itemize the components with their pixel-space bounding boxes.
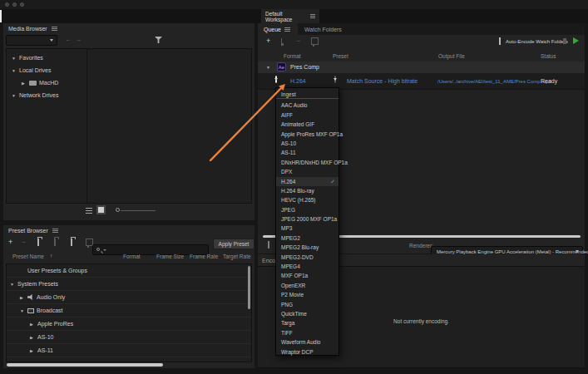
preset-browser-panel-menu-icon[interactable] bbox=[52, 229, 58, 233]
tab-default-workspace[interactable]: Default Workspace bbox=[261, 9, 319, 23]
preset-row[interactable]: DNxHR MXF OP1a bbox=[7, 357, 251, 362]
chevron-icon[interactable] bbox=[12, 68, 19, 73]
tree-item[interactable]: Local Drives bbox=[8, 64, 85, 76]
preset-vertical-scrollbar[interactable] bbox=[248, 266, 250, 309]
chevron-icon[interactable] bbox=[20, 295, 27, 300]
job-output-file[interactable]: /Users/../archive/AEI/test_11_AME/Pres C… bbox=[437, 79, 551, 84]
tab-watch-folders[interactable]: Watch Folders bbox=[304, 27, 342, 32]
window-close-button[interactable] bbox=[5, 2, 9, 7]
back-arrow-icon[interactable]: ← bbox=[65, 37, 72, 43]
format-option[interactable]: AS-10 ✓ bbox=[276, 139, 338, 148]
pane-divider[interactable] bbox=[86, 49, 87, 203]
format-option[interactable]: TIFF ✓ bbox=[276, 328, 338, 337]
preset-row[interactable]: System Presets bbox=[7, 278, 251, 291]
preset-row[interactable]: AS-11 bbox=[7, 344, 251, 357]
format-option[interactable]: P2 Movie ✓ bbox=[276, 290, 338, 299]
chevron-icon[interactable] bbox=[30, 348, 37, 353]
format-option[interactable]: Apple ProRes MXF OP1a ✓ bbox=[276, 130, 338, 139]
apply-preset-button[interactable]: Apply Preset bbox=[213, 239, 254, 249]
pause-queue-icon[interactable] bbox=[563, 38, 566, 44]
format-option[interactable]: MPEG2 ✓ bbox=[276, 234, 338, 243]
media-source-select[interactable] bbox=[6, 35, 57, 46]
export-preset-icon[interactable] bbox=[87, 240, 89, 248]
add-output-icon[interactable] bbox=[281, 38, 282, 45]
window-minimize-button[interactable] bbox=[12, 2, 17, 7]
queue-panel-menu-icon[interactable] bbox=[284, 27, 290, 32]
format-option[interactable]: MXF OP1a ✓ bbox=[276, 271, 338, 280]
column-frame-rate[interactable]: Frame Rate bbox=[190, 253, 218, 259]
column-target-rate[interactable]: Target Rate bbox=[223, 253, 251, 259]
filter-icon[interactable] bbox=[155, 37, 162, 43]
format-option[interactable]: Targa ✓ bbox=[276, 318, 338, 327]
format-option[interactable]: QuickTime ✓ bbox=[276, 309, 338, 318]
format-option[interactable]: MP3 ✓ bbox=[276, 224, 338, 233]
add-preset-icon[interactable]: + bbox=[8, 239, 12, 246]
format-option[interactable]: Waveform Audio ✓ bbox=[276, 337, 338, 347]
column-output-file[interactable]: Output File bbox=[438, 53, 465, 59]
window-zoom-button[interactable] bbox=[20, 2, 24, 7]
preset-horizontal-scrollbar[interactable] bbox=[7, 363, 163, 367]
format-option[interactable]: MPEG4 ✓ bbox=[276, 262, 338, 271]
remove-icon[interactable]: − bbox=[296, 37, 300, 45]
chevron-icon[interactable] bbox=[12, 93, 19, 98]
format-option[interactable]: Animated GIF ✓ bbox=[276, 120, 338, 129]
media-browser-panel-menu-icon[interactable] bbox=[52, 27, 57, 31]
format-option[interactable]: H.264 Blu-ray ✓ bbox=[276, 186, 338, 195]
format-option[interactable]: Ingest ✓ bbox=[276, 90, 338, 99]
search-scope-chevron-icon[interactable] bbox=[103, 249, 106, 251]
format-option[interactable]: DNxHR/DNxHD MXF OP1a ✓ bbox=[276, 158, 338, 167]
format-dropdown-button[interactable] bbox=[275, 76, 277, 83]
format-option[interactable]: MPEG2 Blu-ray ✓ bbox=[276, 243, 338, 252]
format-option[interactable]: AS-11 ✓ bbox=[276, 148, 338, 157]
chevron-icon[interactable] bbox=[20, 308, 27, 313]
preset-row[interactable]: Audio Only bbox=[7, 291, 251, 304]
tree-item[interactable]: MacHD bbox=[8, 76, 85, 89]
add-source-icon[interactable]: + bbox=[266, 37, 270, 45]
chevron-icon[interactable] bbox=[10, 282, 17, 287]
preset-row[interactable]: Broadcast bbox=[7, 304, 251, 317]
column-preset-name[interactable]: Preset Name bbox=[12, 253, 44, 259]
preset-dropdown-button[interactable] bbox=[334, 76, 336, 83]
format-option[interactable]: AAC Audio ✓ bbox=[276, 101, 338, 110]
column-format[interactable]: Format bbox=[123, 253, 141, 259]
thumbnail-view-icon[interactable] bbox=[96, 205, 106, 214]
format-option[interactable]: MPEG2-DVD ✓ bbox=[276, 253, 338, 262]
chevron-icon[interactable] bbox=[30, 322, 37, 327]
job-preset[interactable]: Match Source - High bitrate bbox=[347, 78, 418, 84]
auto-encode-checkbox[interactable] bbox=[499, 37, 501, 45]
import-preset-icon[interactable] bbox=[71, 239, 72, 246]
tree-item[interactable]: Network Drives bbox=[8, 89, 85, 101]
chevron-icon[interactable] bbox=[30, 362, 37, 363]
queue-bottom-checkbox[interactable] bbox=[268, 241, 269, 249]
start-queue-icon[interactable] bbox=[573, 37, 579, 44]
tab-queue[interactable]: Queue bbox=[258, 23, 298, 35]
queue-group-row[interactable]: Ae Pres Comp bbox=[258, 62, 585, 73]
column-status[interactable]: Status bbox=[541, 53, 556, 59]
format-option[interactable]: AIFF ✓ bbox=[276, 111, 338, 120]
format-option[interactable]: HEVC (H.265) ✓ bbox=[276, 195, 338, 204]
format-option[interactable]: JPEG ✓ bbox=[276, 205, 338, 214]
column-frame-size[interactable]: Frame Size bbox=[156, 253, 184, 259]
panel-menu-icon[interactable] bbox=[310, 14, 315, 18]
preset-row[interactable]: Apple ProRes bbox=[7, 317, 251, 331]
format-option[interactable]: Wraptor DCP ✓ bbox=[276, 347, 338, 357]
chevron-icon[interactable] bbox=[12, 56, 19, 61]
zoom-slider-track[interactable] bbox=[121, 210, 156, 211]
column-format[interactable]: Format bbox=[284, 53, 301, 59]
preset-row[interactable]: User Presets & Groups bbox=[7, 264, 251, 278]
chevron-icon[interactable] bbox=[266, 65, 274, 70]
preset-settings-icon[interactable] bbox=[54, 239, 56, 246]
column-preset[interactable]: Preset bbox=[333, 53, 348, 59]
chevron-icon[interactable] bbox=[22, 81, 29, 86]
chevron-icon[interactable] bbox=[30, 335, 37, 340]
list-view-icon[interactable] bbox=[86, 208, 92, 214]
forward-arrow-icon[interactable]: → bbox=[75, 37, 82, 43]
preset-row[interactable]: AS-10 bbox=[7, 331, 251, 344]
new-preset-group-icon[interactable] bbox=[37, 239, 39, 246]
sort-ascending-icon[interactable]: ↑ bbox=[50, 253, 52, 258]
zoom-slider-knob[interactable] bbox=[116, 208, 120, 212]
job-format[interactable]: H.264 bbox=[290, 78, 306, 84]
remove-preset-icon[interactable]: − bbox=[22, 239, 26, 246]
format-option[interactable]: PNG ✓ bbox=[276, 300, 338, 309]
duplicate-icon[interactable] bbox=[313, 39, 314, 47]
